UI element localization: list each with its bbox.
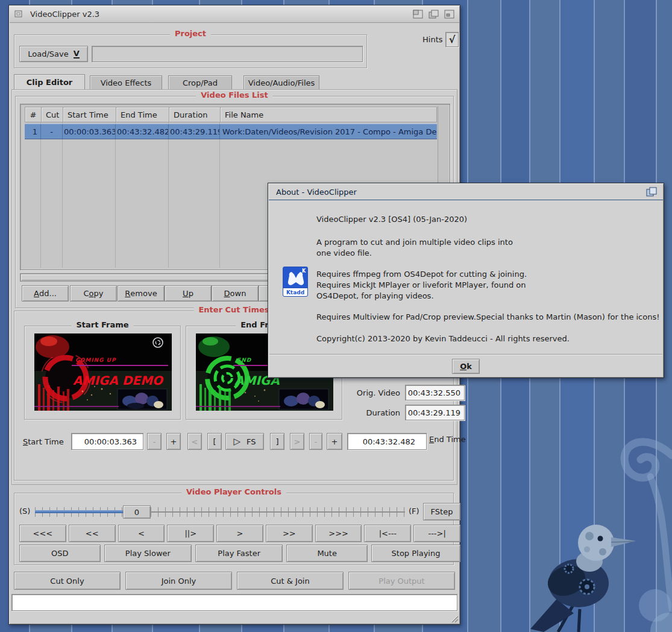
orig-video-field: 00:43:32.550 [405, 385, 465, 400]
play-faster-button[interactable]: Play Faster [195, 545, 283, 562]
main-titlebar[interactable]: VideoClipper v2.3 [10, 6, 459, 23]
close-gadget[interactable] [14, 10, 23, 18]
add-button[interactable]: Add... [22, 285, 69, 302]
about-title: About - VideoClipper [276, 188, 357, 197]
step-back-button[interactable]: < [118, 525, 165, 542]
start-minus-button[interactable]: - [147, 433, 162, 450]
tab-crop-pad[interactable]: Crop/Pad [168, 75, 232, 90]
stop-playing-button[interactable]: Stop Playing [371, 545, 460, 562]
end-time-label: End Time [429, 435, 466, 444]
col-header-cut[interactable]: Cut [42, 107, 63, 122]
hscroll-thumb[interactable] [21, 274, 274, 280]
tab-clip-editor[interactable]: Clip Editor [14, 74, 85, 90]
goto-start-button[interactable]: |<--- [364, 525, 411, 542]
mark-out-button[interactable]: ] [270, 433, 284, 450]
end-plus-button[interactable]: + [327, 433, 342, 450]
about-divider [269, 354, 662, 355]
about-copyright: Copyright(c) 2013-2020 by Kevin Taddeucc… [316, 334, 570, 343]
about-desc-line1: A program to cut and join multiple video… [316, 238, 513, 247]
zoom-gadget[interactable] [413, 10, 423, 19]
copy-button[interactable]: Copy [70, 285, 117, 302]
fstep-button[interactable]: FStep [423, 503, 460, 520]
output-buttons-row: Cut Only Join Only Cut & Join Play Outpu… [14, 572, 455, 590]
up-button[interactable]: Up [165, 285, 212, 302]
slider-handle[interactable]: 0 [123, 505, 151, 519]
duration-label: Duration [351, 408, 400, 417]
osd-button[interactable]: OSD [19, 545, 101, 562]
hints-checkbox[interactable]: √ [445, 32, 459, 47]
iconify-gadget[interactable] [444, 10, 454, 19]
end-minus-button[interactable]: - [309, 433, 322, 450]
forward-button[interactable]: >> [266, 525, 313, 542]
pause-play-button[interactable]: ||> [167, 525, 214, 542]
chooser-arrow-icon: V [74, 49, 80, 58]
depth-gadget[interactable] [429, 10, 439, 19]
end-next-button[interactable]: > [290, 433, 304, 450]
col-header-duration[interactable]: Duration [169, 107, 221, 122]
remove-button[interactable]: Remove [118, 285, 165, 302]
start-frame-title: Start Frame [71, 320, 133, 329]
video-files-list-title: Video Files List [196, 90, 272, 100]
about-version-line: VideoClipper v2.3 [OS4] (05-Jan-2020) [316, 215, 467, 224]
rewind-fast-button[interactable]: <<< [19, 525, 66, 542]
video-player-controls-group: Video Player Controls (S) 0 (F) FStep <<… [14, 493, 454, 565]
position-slider[interactable]: 0 [35, 505, 405, 519]
svg-text:AMIGA DEMO: AMIGA DEMO [73, 373, 164, 388]
play-output-button: Play Output [348, 572, 455, 590]
down-button[interactable]: Down [212, 285, 259, 302]
svg-text:COMING UP: COMING UP [75, 357, 116, 363]
goto-end-button[interactable]: --->| [413, 525, 460, 542]
cell-duration: 00:43:29.119 [169, 124, 220, 139]
play-slower-button[interactable]: Play Slower [104, 545, 192, 562]
step-forward-button[interactable]: > [216, 525, 263, 542]
slider-finish-label: (F) [409, 507, 419, 516]
svg-text:END: END [237, 357, 252, 363]
start-plus-button[interactable]: + [166, 433, 181, 450]
project-path-field[interactable] [92, 46, 363, 62]
tab-video-audio-files[interactable]: Video/Audio/Files [243, 75, 319, 90]
hints-label: Hints [422, 35, 443, 44]
about-req-line4: Requires Multiview for Pad/Crop preview.… [316, 312, 659, 321]
cell-filename: Work:Daten/Videos/Revision 2017 - Compo … [220, 124, 437, 139]
rewind-button[interactable]: << [69, 525, 116, 542]
ktadd-icon: K Ktadd [283, 267, 308, 297]
about-depth-gadget[interactable] [646, 187, 657, 197]
forward-fast-button[interactable]: >>> [315, 525, 362, 542]
about-desc-line2: one video file. [316, 248, 372, 258]
cut-only-button[interactable]: Cut Only [14, 572, 121, 590]
cell-start: 00:00:03.363 [63, 124, 116, 139]
load-save-button[interactable]: Load/Save V [19, 46, 88, 62]
col-header-start[interactable]: Start Time [63, 107, 116, 122]
mark-in-button[interactable]: [ [207, 433, 222, 450]
join-only-button[interactable]: Join Only [125, 572, 232, 590]
about-req-line2: Requires MickJt MPlayer or liveforit MPl… [316, 280, 526, 289]
tab-video-effects[interactable]: Video Effects [90, 75, 162, 90]
mute-button[interactable]: Mute [286, 545, 368, 562]
col-header-end[interactable]: End Time [116, 107, 169, 122]
start-time-field[interactable]: 00:00:03.363 [71, 433, 143, 450]
cut-and-join-button[interactable]: Cut & Join [237, 572, 344, 590]
project-group: Project Load/Save V [14, 34, 367, 68]
project-group-title: Project [170, 29, 211, 38]
cell-end: 00:43:32.482 [116, 124, 169, 139]
col-header-num[interactable]: # [25, 107, 42, 122]
duration-field: 00:43:29.119 [405, 405, 465, 420]
resize-grip[interactable] [450, 615, 459, 623]
orig-video-label: Orig. Video [351, 388, 400, 397]
status-field [11, 594, 457, 611]
ktadd-icon-label: Ktadd [286, 289, 304, 295]
table-row[interactable]: 1 - 00:00:03.363 00:43:32.482 00:43:29.1… [25, 124, 437, 139]
start-frame-thumbnail: COMING UP AMIGA DEMO [34, 333, 172, 411]
svg-text:K: K [302, 268, 306, 274]
enter-cut-times-title: Enter Cut Times [193, 305, 274, 314]
play-fs-button[interactable]: ▷ FS [225, 433, 264, 450]
col-header-filename[interactable]: File Name [221, 107, 436, 122]
cell-num: 1 [25, 124, 41, 139]
play-icon: ▷ [233, 436, 240, 447]
ok-button[interactable]: Ok [452, 359, 480, 374]
slider-start-label: (S) [19, 507, 30, 516]
about-titlebar[interactable]: About - VideoClipper [269, 184, 663, 200]
start-prev-button[interactable]: < [187, 433, 202, 450]
end-time-field[interactable]: 00:43:32.482 [347, 433, 427, 450]
window-title: VideoClipper v2.3 [30, 10, 99, 19]
